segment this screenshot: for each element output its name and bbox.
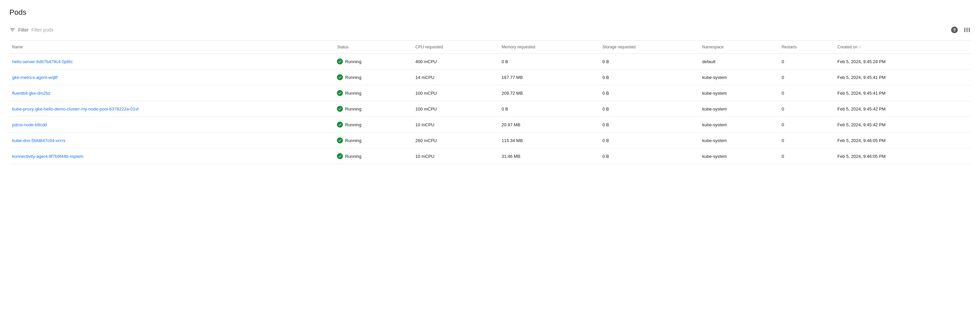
- pod-restarts-cell: 0: [779, 85, 835, 101]
- pod-cpu-cell: 10 mCPU: [413, 149, 499, 164]
- pod-status-cell: Running: [334, 133, 413, 149]
- pod-name-link[interactable]: hello-server-6db7b479c4-5p6tc: [12, 59, 73, 64]
- table-row: kube-dns-5bfd847c64-vcrrsRunning260 mCPU…: [10, 133, 970, 149]
- pod-storage-cell: 0 B: [600, 85, 699, 101]
- status-label: Running: [345, 138, 361, 143]
- pod-status-cell: Running: [334, 85, 413, 101]
- pod-restarts-cell: 0: [779, 117, 835, 133]
- col-header-storage: Storage requested: [600, 41, 699, 54]
- pod-namespace-cell: kube-system: [700, 101, 779, 117]
- pod-namespace-cell: kube-system: [700, 133, 779, 149]
- running-status-icon: [337, 122, 343, 128]
- pod-name-cell: kube-dns-5bfd847c64-vcrrs: [10, 133, 334, 149]
- pod-status-cell: Running: [334, 70, 413, 85]
- pod-storage-cell: 0 B: [600, 54, 699, 70]
- table-row: hello-server-6db7b479c4-5p6tcRunning400 …: [10, 54, 970, 70]
- running-status-icon: [337, 106, 343, 112]
- pod-created-cell: Feb 5, 2024, 9:45:42 PM: [835, 101, 970, 117]
- col-header-name: Name: [10, 41, 334, 54]
- status-label: Running: [345, 91, 361, 96]
- pod-status-cell: Running: [334, 101, 413, 117]
- pod-memory-cell: 20.97 MB: [499, 117, 600, 133]
- pod-created-cell: Feb 5, 2024, 9:46:05 PM: [835, 149, 970, 164]
- pod-storage-cell: 0 B: [600, 70, 699, 85]
- toolbar-right: ?: [951, 26, 970, 33]
- table-row: gke-metrics-agent-wqltfRunning14 mCPU167…: [10, 70, 970, 85]
- pod-memory-cell: 0 B: [499, 54, 600, 70]
- pod-created-cell: Feb 5, 2024, 9:45:41 PM: [835, 85, 970, 101]
- col-header-created-label: Created on: [837, 45, 857, 49]
- pod-name-link[interactable]: fluentbit-gke-dm2bz: [12, 91, 51, 96]
- pod-name-cell: gke-metrics-agent-wqltf: [10, 70, 334, 85]
- pod-name-cell: pdcsi-node-b9cdd: [10, 117, 334, 133]
- running-status-icon: [337, 138, 343, 144]
- pod-name-link[interactable]: kube-proxy-gke-hello-demo-cluster-my-nod…: [12, 106, 138, 112]
- pod-status-cell: Running: [334, 149, 413, 164]
- status-label: Running: [345, 59, 361, 64]
- pod-status-cell: Running: [334, 117, 413, 133]
- filter-icon: [10, 27, 16, 33]
- pods-table: Name Status CPU requested Memory request…: [10, 41, 970, 164]
- pod-cpu-cell: 100 mCPU: [413, 85, 499, 101]
- col-header-restarts: Restarts: [779, 41, 835, 54]
- table-row: fluentbit-gke-dm2bzRunning100 mCPU209.72…: [10, 85, 970, 101]
- pod-created-cell: Feb 5, 2024, 9:45:42 PM: [835, 117, 970, 133]
- running-status-icon: [337, 58, 343, 65]
- pod-name-link[interactable]: gke-metrics-agent-wqltf: [12, 75, 57, 80]
- pod-namespace-cell: kube-system: [700, 117, 779, 133]
- pod-cpu-cell: 400 mCPU: [413, 54, 499, 70]
- pod-cpu-cell: 260 mCPU: [413, 133, 499, 149]
- status-label: Running: [345, 122, 361, 127]
- pod-created-cell: Feb 5, 2024, 9:45:28 PM: [835, 54, 970, 70]
- sort-ascending-icon: ↑: [859, 45, 861, 49]
- pod-storage-cell: 0 B: [600, 149, 699, 164]
- table-row: konnectivity-agent-9f7b9f44b-xspwmRunnin…: [10, 149, 970, 164]
- pod-restarts-cell: 0: [779, 133, 835, 149]
- pod-name-cell: hello-server-6db7b479c4-5p6tc: [10, 54, 334, 70]
- pod-name-cell: konnectivity-agent-9f7b9f44b-xspwm: [10, 149, 334, 164]
- toolbar-left: Filter: [10, 27, 99, 33]
- pod-restarts-cell: 0: [779, 70, 835, 85]
- pod-cpu-cell: 14 mCPU: [413, 70, 499, 85]
- pod-cpu-cell: 10 mCPU: [413, 117, 499, 133]
- pod-name-link[interactable]: konnectivity-agent-9f7b9f44b-xspwm: [12, 154, 83, 159]
- pod-storage-cell: 0 B: [600, 117, 699, 133]
- pod-restarts-cell: 0: [779, 149, 835, 164]
- pod-restarts-cell: 0: [779, 54, 835, 70]
- pod-memory-cell: 115.34 MB: [499, 133, 600, 149]
- pod-cpu-cell: 100 mCPU: [413, 101, 499, 117]
- pod-name-cell: kube-proxy-gke-hello-demo-cluster-my-nod…: [10, 101, 334, 117]
- col-header-cpu: CPU requested: [413, 41, 499, 54]
- status-label: Running: [345, 154, 361, 159]
- col-header-created[interactable]: Created on ↑: [835, 41, 970, 54]
- pod-name-link[interactable]: kube-dns-5bfd847c64-vcrrs: [12, 138, 65, 143]
- page-title: Pods: [10, 8, 970, 17]
- status-label: Running: [345, 75, 361, 80]
- pod-namespace-cell: kube-system: [700, 70, 779, 85]
- running-status-icon: [337, 153, 343, 159]
- col-header-namespace: Namespace: [700, 41, 779, 54]
- pod-namespace-cell: default: [700, 54, 779, 70]
- pod-name-link[interactable]: pdcsi-node-b9cdd: [12, 122, 47, 127]
- pod-memory-cell: 0 B: [499, 101, 600, 117]
- table-container: Name Status CPU requested Memory request…: [10, 41, 970, 164]
- table-row: kube-proxy-gke-hello-demo-cluster-my-nod…: [10, 101, 970, 117]
- table-header-row: Name Status CPU requested Memory request…: [10, 41, 970, 54]
- help-icon[interactable]: ?: [951, 27, 958, 33]
- pod-storage-cell: 0 B: [600, 101, 699, 117]
- pod-created-cell: Feb 5, 2024, 9:45:41 PM: [835, 70, 970, 85]
- pod-namespace-cell: kube-system: [700, 149, 779, 164]
- col-header-status: Status: [334, 41, 413, 54]
- pod-memory-cell: 167.77 MB: [499, 70, 600, 85]
- pod-storage-cell: 0 B: [600, 133, 699, 149]
- table-row: pdcsi-node-b9cddRunning10 mCPU20.97 MB0 …: [10, 117, 970, 133]
- pod-restarts-cell: 0: [779, 101, 835, 117]
- pod-memory-cell: 31.46 MB: [499, 149, 600, 164]
- filter-label: Filter: [18, 27, 29, 33]
- pod-created-cell: Feb 5, 2024, 9:46:05 PM: [835, 133, 970, 149]
- running-status-icon: [337, 90, 343, 96]
- status-label: Running: [345, 106, 361, 112]
- columns-icon[interactable]: [963, 26, 970, 33]
- toolbar: Filter ?: [10, 24, 970, 36]
- filter-input[interactable]: [31, 27, 99, 33]
